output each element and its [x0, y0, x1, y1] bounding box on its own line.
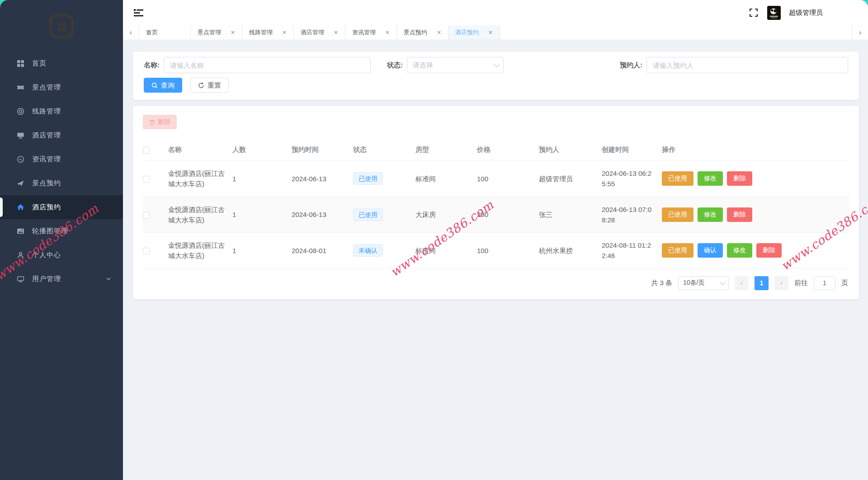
- cell-date: 2024-06-13: [292, 161, 353, 197]
- topbar-right: 超级管理员: [748, 6, 823, 20]
- tabbar: ‹ 首页景点管理✕线路管理✕酒店管理✕资讯管理✕景点预约✕酒店预约✕ ›: [123, 25, 868, 40]
- sidebar-menu: 首页景点管理线路管理酒店管理资讯管理景点预约酒店预约轮播图管理个人中心用户管理: [0, 52, 123, 291]
- sidebar-item-label: 线路管理: [32, 107, 61, 116]
- topbar: 超级管理员: [123, 0, 868, 25]
- status-select-placeholder: 请选择: [413, 61, 433, 70]
- sidebar-item-酒店管理[interactable]: 酒店管理: [0, 123, 123, 147]
- sidebar-item-景点预约[interactable]: 景点预约: [0, 171, 123, 195]
- tabs-scroll-left-icon[interactable]: ‹: [123, 25, 139, 40]
- tab-线路管理[interactable]: 线路管理✕: [242, 25, 294, 40]
- name-input[interactable]: [164, 57, 371, 73]
- tab-close-icon[interactable]: ✕: [488, 30, 493, 35]
- row-action-删除-button[interactable]: 删除: [727, 171, 752, 186]
- tab-label: 线路管理: [249, 28, 273, 37]
- cell-name: 金悦源酒店(丽江古城大水车店): [168, 233, 232, 269]
- row-checkbox-cell: [143, 197, 168, 233]
- reset-button[interactable]: 重置: [190, 78, 229, 93]
- avatar[interactable]: [767, 6, 781, 20]
- goto-label: 前往: [794, 279, 808, 287]
- row-action-删除-button[interactable]: 删除: [756, 243, 782, 258]
- status-select[interactable]: 请选择: [407, 57, 504, 73]
- cell-date: 2024-08-01: [292, 233, 353, 269]
- tab-资讯管理[interactable]: 资讯管理✕: [345, 25, 397, 40]
- paper-plane-icon: [16, 179, 24, 188]
- row-action-删除-button[interactable]: 删除: [727, 207, 752, 222]
- tab-景点管理[interactable]: 景点管理✕: [191, 25, 242, 40]
- page-1-button[interactable]: 1: [755, 276, 769, 290]
- row-checkbox[interactable]: [143, 176, 150, 183]
- monitor-icon: [16, 132, 24, 140]
- cell-room: 标准间: [415, 233, 477, 269]
- sidebar-item-个人中心[interactable]: 个人中心: [0, 243, 123, 267]
- status-badge: 未确认: [353, 244, 383, 257]
- cell-price: 200: [477, 197, 539, 233]
- cell-actions: 已使用修改删除: [662, 197, 849, 233]
- cell-count: 1: [232, 233, 292, 269]
- refresh-icon: [198, 82, 204, 89]
- tab-close-icon[interactable]: ✕: [385, 30, 390, 35]
- sidebar-item-线路管理[interactable]: 线路管理: [0, 99, 123, 123]
- tab-酒店预约[interactable]: 酒店预约✕: [448, 25, 500, 40]
- cell-room: 大床房: [415, 197, 477, 233]
- page-size-select[interactable]: 10条/页: [678, 276, 729, 290]
- cell-price: 100: [477, 161, 539, 197]
- row-action-确认-button[interactable]: 确认: [698, 243, 723, 258]
- sidebar-item-资讯管理[interactable]: 资讯管理: [0, 147, 123, 171]
- cell-count: 1: [232, 161, 292, 197]
- delete-button[interactable]: 删除: [143, 115, 177, 129]
- column-header: 人数: [232, 139, 292, 161]
- sidebar-item-景点管理[interactable]: 景点管理: [0, 75, 123, 99]
- trash-icon: [149, 119, 155, 125]
- person-input[interactable]: [646, 57, 848, 73]
- row-checkbox[interactable]: [143, 248, 150, 254]
- search-icon: [151, 82, 158, 89]
- user-icon: [16, 251, 24, 259]
- status-label: 状态:: [387, 61, 403, 70]
- next-page-button[interactable]: ›: [774, 276, 788, 290]
- reset-button-label: 重置: [208, 82, 221, 89]
- row-action-已使用-button[interactable]: 已使用: [662, 243, 693, 258]
- row-checkbox[interactable]: [143, 212, 150, 219]
- search-buttons-row: 查询 重置: [144, 78, 848, 93]
- tab-酒店管理[interactable]: 酒店管理✕: [294, 25, 345, 40]
- sidebar-item-用户管理[interactable]: 用户管理: [0, 267, 123, 291]
- tab-close-icon[interactable]: ✕: [231, 30, 235, 35]
- column-header: 名称: [168, 139, 232, 161]
- hamburger-icon[interactable]: [132, 7, 145, 19]
- tab-close-icon[interactable]: ✕: [437, 30, 441, 35]
- computer-icon: [16, 275, 24, 283]
- total-count: 共 3 条: [651, 279, 672, 287]
- prev-page-button[interactable]: ‹: [735, 276, 749, 290]
- sidebar-item-酒店预约[interactable]: 酒店预约: [0, 195, 123, 219]
- row-checkbox-cell: [143, 161, 168, 197]
- tabs-scroll-right-icon[interactable]: ›: [852, 25, 868, 40]
- tab-label: 酒店预约: [455, 28, 479, 37]
- row-action-已使用-button[interactable]: 已使用: [662, 207, 693, 222]
- search-form-row: 名称: 状态: 请选择 预约人:: [144, 57, 848, 73]
- sidebar-item-label: 个人中心: [32, 251, 61, 259]
- goto-page-input[interactable]: [814, 276, 835, 290]
- tab-label: 景点管理: [198, 28, 221, 37]
- tab-close-icon[interactable]: ✕: [282, 30, 287, 35]
- row-action-修改-button[interactable]: 修改: [727, 243, 752, 258]
- page-suffix: 页: [841, 279, 848, 287]
- column-header: 操作: [662, 139, 849, 161]
- sidebar-item-首页[interactable]: 首页: [0, 52, 123, 75]
- row-action-修改-button[interactable]: 修改: [698, 207, 723, 222]
- tab-首页[interactable]: 首页: [139, 25, 191, 40]
- row-action-已使用-button[interactable]: 已使用: [662, 171, 693, 186]
- app-root: 首页景点管理线路管理酒店管理资讯管理景点预约酒店预约轮播图管理个人中心用户管理: [0, 0, 868, 480]
- sidebar-item-轮播图管理[interactable]: 轮播图管理: [0, 219, 123, 243]
- cell-person: 超级管理员: [539, 161, 602, 197]
- select-all-checkbox[interactable]: [143, 147, 150, 154]
- fullscreen-icon[interactable]: [748, 7, 759, 18]
- query-button[interactable]: 查询: [144, 78, 182, 93]
- tab-景点预约[interactable]: 景点预约✕: [397, 25, 448, 40]
- column-header: 预约时间: [292, 139, 353, 161]
- tab-close-icon[interactable]: ✕: [334, 30, 338, 35]
- page-content: 名称: 状态: 请选择 预约人: 查询: [123, 40, 868, 480]
- row-action-修改-button[interactable]: 修改: [698, 171, 723, 186]
- route-icon: [16, 108, 24, 116]
- admin-name[interactable]: 超级管理员: [789, 9, 823, 17]
- page-size-value: 10条/页: [683, 279, 704, 287]
